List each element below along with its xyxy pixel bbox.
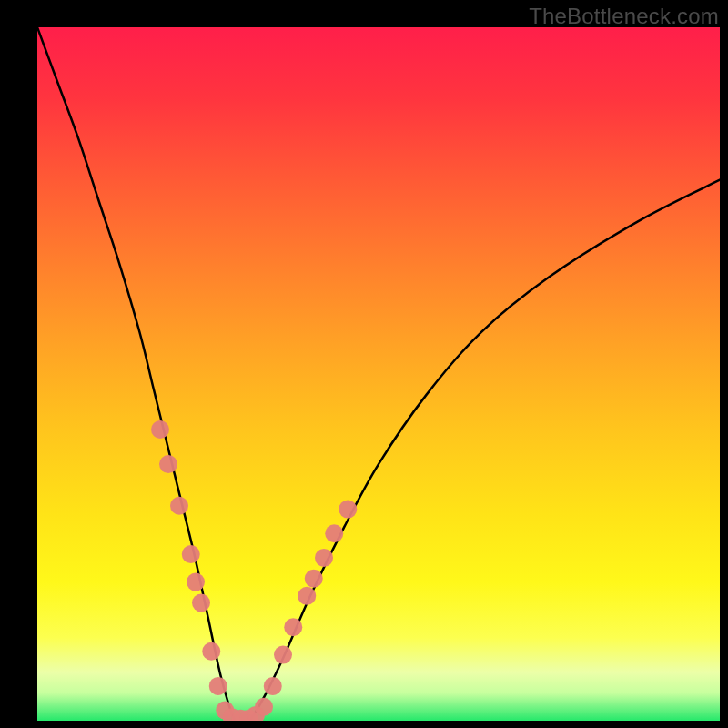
chart-frame: TheBottleneck.com (0, 0, 728, 728)
marker-point (339, 500, 357, 519)
marker-point (209, 677, 228, 695)
marker-point (274, 646, 292, 664)
marker-point (170, 497, 188, 515)
highlighted-points (151, 420, 357, 721)
marker-point (284, 618, 302, 636)
curve-svg (37, 27, 720, 721)
marker-point (298, 587, 316, 605)
bottleneck-curve (37, 27, 720, 721)
marker-point (264, 677, 282, 695)
marker-point (325, 524, 343, 542)
watermark-text: TheBottleneck.com (529, 4, 719, 29)
marker-point (192, 593, 210, 612)
marker-point (182, 545, 200, 563)
marker-point (255, 698, 273, 716)
marker-point (305, 570, 323, 588)
marker-point (202, 642, 220, 661)
plot-area (37, 27, 720, 721)
marker-point (187, 573, 205, 592)
marker-point (159, 455, 177, 473)
marker-point (151, 420, 169, 439)
marker-point (315, 549, 333, 567)
